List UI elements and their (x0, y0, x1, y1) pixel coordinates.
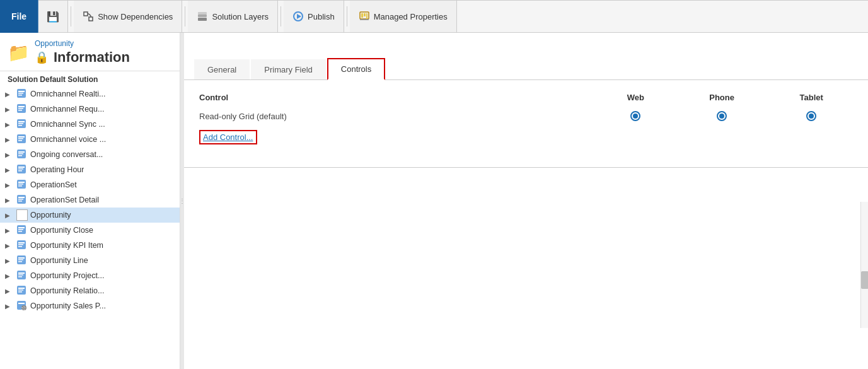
svg-rect-46 (18, 201, 22, 202)
sidebar-item-label: Ongoing conversat... (30, 150, 103, 159)
bottom-section (184, 167, 868, 230)
add-control-button[interactable]: Add Control... (199, 130, 257, 144)
sidebar-item-label: Operating Hour (30, 165, 84, 174)
svg-rect-6 (198, 15, 207, 17)
svg-rect-64 (18, 288, 25, 289)
sidebar-item-opportunity-sales[interactable]: ▶ Opportunity Sales P... (0, 298, 180, 313)
sidebar-item-opportunity-line[interactable]: ▶ Opportunity Line (0, 253, 180, 268)
blank-icon (16, 209, 28, 221)
tabs-bar: General Primary Field Controls (184, 58, 868, 80)
svg-rect-45 (18, 199, 23, 200)
dependencies-icon (83, 11, 94, 22)
entity-icon (16, 240, 28, 251)
sidebar-item-opportunity-kpi[interactable]: ▶ Opportunity KPI Item (0, 238, 180, 253)
arrow-icon: ▶ (5, 121, 14, 128)
svg-rect-7 (198, 12, 207, 15)
sidebar-item-opportunity-project[interactable]: ▶ Opportunity Project... (0, 268, 180, 283)
phone-radio[interactable] (717, 111, 727, 121)
svg-rect-12 (364, 13, 366, 16)
svg-rect-65 (18, 290, 23, 291)
show-dependencies-button[interactable]: Show Dependencies (74, 1, 182, 32)
column-header-phone: Phone (679, 90, 765, 107)
toolbar: File 💾 Show Dependencies Solution Layers… (0, 0, 868, 33)
controls-section: Control Web Phone Tablet Read-only Grid … (184, 80, 868, 155)
arrow-icon: ▶ (5, 91, 14, 98)
separator-3 (281, 6, 281, 26)
column-header-tablet: Tablet (765, 90, 858, 107)
svg-rect-18 (18, 95, 22, 96)
folder-icon: 📁 (8, 42, 30, 63)
svg-rect-48 (18, 227, 25, 228)
sidebar-subtitle: Opportunity (35, 39, 130, 48)
controls-table: Control Web Phone Tablet Read-only Grid … (194, 90, 858, 125)
managed-properties-icon (359, 11, 370, 22)
entity-icon (16, 119, 28, 130)
sidebar-item-opportunity-close[interactable]: ▶ Opportunity Close (0, 223, 180, 238)
separator-4 (347, 6, 347, 26)
svg-rect-53 (18, 244, 23, 245)
entity-icon (16, 255, 28, 266)
svg-rect-28 (18, 136, 25, 138)
sidebar-item-operationset[interactable]: ▶ OperationSet (0, 177, 180, 192)
lock-icon: 🔒 (35, 50, 49, 64)
table-row: Read-only Grid (default) (194, 107, 858, 125)
svg-rect-62 (18, 276, 22, 278)
phone-radio-cell[interactable] (679, 107, 765, 125)
sidebar-section-label: Solution Default Solution (0, 71, 180, 86)
svg-rect-52 (18, 242, 25, 243)
sidebar-item-omnichannel-requ[interactable]: ▶ Omnichannel Requ... (0, 102, 180, 117)
entity-icon (16, 179, 28, 190)
arrow-icon: ▶ (5, 272, 14, 279)
sidebar-item-ongoing-conversat[interactable]: ▶ Ongoing conversat... (0, 147, 180, 162)
arrow-icon: ▶ (5, 303, 14, 310)
solution-layers-icon (197, 11, 208, 22)
control-name-cell: Read-only Grid (default) (194, 107, 593, 125)
svg-rect-29 (18, 138, 23, 139)
tablet-radio-cell[interactable] (765, 107, 858, 125)
entity-icon (16, 103, 28, 115)
sidebar-item-operationset-detail[interactable]: ▶ OperationSet Detail (0, 192, 180, 208)
solution-layers-button[interactable]: Solution Layers (188, 1, 278, 32)
sidebar-item-opportunity[interactable]: ▶ Opportunity (0, 208, 180, 223)
content-area: General Primary Field Controls Control W… (184, 33, 868, 369)
sidebar-item-label: Opportunity KPI Item (30, 241, 103, 250)
sidebar-item-omnichannel-sync[interactable]: ▶ Omnichannel Sync ... (0, 117, 180, 132)
svg-rect-36 (18, 167, 25, 168)
svg-rect-50 (18, 231, 22, 232)
managed-properties-label: Managed Properties (374, 12, 448, 21)
sidebar-header: 📁 Opportunity 🔒 Information (0, 33, 180, 71)
save-button[interactable]: 💾 (38, 1, 68, 32)
svg-rect-13 (366, 13, 367, 19)
svg-rect-17 (18, 93, 23, 94)
sidebar-item-omnichannel-voice[interactable]: ▶ Omnichannel voice ... (0, 132, 180, 147)
web-radio-cell[interactable] (593, 107, 679, 125)
svg-rect-20 (18, 106, 25, 107)
sidebar-item-omnichannel-realt[interactable]: ▶ Omnichannel Realti... (0, 86, 180, 102)
file-button[interactable]: File (0, 0, 38, 33)
managed-properties-button[interactable]: Managed Properties (350, 1, 457, 32)
svg-rect-68 (18, 303, 25, 304)
arrow-icon: ▶ (5, 288, 14, 295)
tablet-radio[interactable] (806, 111, 816, 121)
entity-icon (16, 194, 28, 206)
svg-rect-44 (18, 197, 25, 198)
tab-primary-field[interactable]: Primary Field (251, 59, 326, 79)
svg-rect-41 (18, 184, 23, 185)
arrow-icon: ▶ (5, 197, 14, 204)
tab-general[interactable]: General (194, 59, 250, 79)
svg-rect-21 (18, 108, 23, 109)
svg-rect-34 (18, 155, 22, 156)
publish-button[interactable]: Publish (284, 1, 344, 32)
svg-rect-57 (18, 259, 23, 261)
sidebar-item-label: Omnichannel Sync ... (30, 120, 105, 129)
web-radio[interactable] (630, 111, 640, 121)
svg-rect-54 (18, 246, 22, 247)
sidebar-item-operating-hour[interactable]: ▶ Operating Hour (0, 162, 180, 177)
tab-controls[interactable]: Controls (327, 58, 385, 80)
sidebar-item-opportunity-relatio[interactable]: ▶ Opportunity Relatio... (0, 283, 180, 298)
svg-rect-60 (18, 272, 25, 274)
sidebar-title: 🔒 Information (35, 49, 130, 66)
svg-marker-9 (297, 14, 301, 19)
svg-rect-32 (18, 151, 25, 153)
sidebar-item-label: Omnichannel voice ... (30, 135, 106, 144)
